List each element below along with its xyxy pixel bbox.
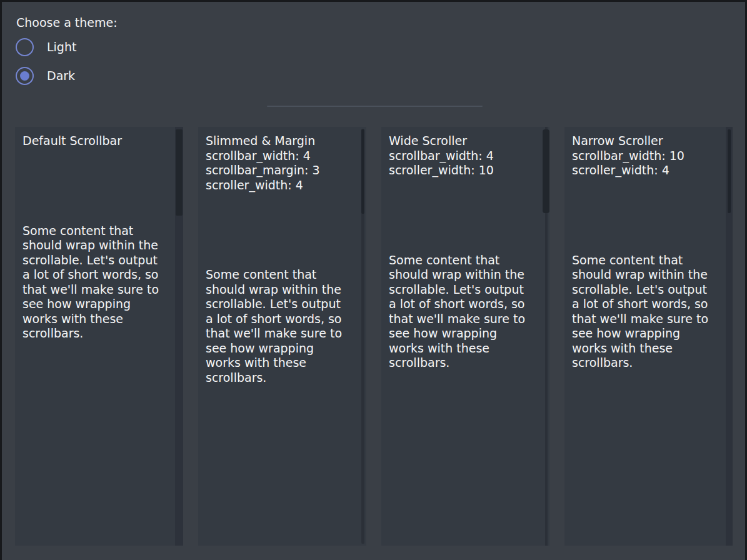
panel-body: Some content that should wrap within the…	[389, 253, 530, 371]
scrollbar-thumb[interactable]	[728, 129, 731, 213]
horizontal-separator	[267, 106, 483, 107]
panel-content: Slimmed & Margin scrollbar_width: 4 scro…	[206, 134, 347, 385]
panel-param: scroller_width: 10	[389, 163, 530, 178]
panel-content: Default Scrollbar Some content that shou…	[23, 134, 164, 341]
panel-param: scroller_width: 4	[206, 178, 347, 193]
app-window: Choose a theme: Light Dark Default Scrol…	[2, 2, 745, 560]
panel-param: scrollbar_width: 4	[389, 149, 530, 164]
panel-param: scrollbar_width: 10	[572, 149, 713, 164]
scrollbar-thumb[interactable]	[543, 129, 549, 213]
radio-selected-icon[interactable]	[16, 67, 34, 85]
scrollbar-thumb[interactable]	[176, 129, 183, 216]
panel-title: Slimmed & Margin	[206, 134, 347, 149]
theme-option-light-label: Light	[47, 40, 76, 54]
scroll-panel-wide-scroller[interactable]: Wide Scroller scrollbar_width: 4 scrolle…	[381, 127, 549, 546]
scroll-panel-default[interactable]: Default Scrollbar Some content that shou…	[15, 127, 183, 546]
scrollbar-thumb[interactable]	[361, 129, 364, 214]
panel-body: Some content that should wrap within the…	[23, 224, 164, 341]
theme-option-light[interactable]: Light	[16, 38, 76, 56]
panel-title: Narrow Scroller	[572, 134, 713, 149]
panel-body: Some content that should wrap within the…	[206, 268, 347, 385]
panel-content: Wide Scroller scrollbar_width: 4 scrolle…	[389, 134, 530, 371]
scroll-panel-slimmed-margin[interactable]: Slimmed & Margin scrollbar_width: 4 scro…	[198, 127, 366, 546]
panel-body: Some content that should wrap within the…	[572, 253, 713, 371]
scroll-panel-narrow-scroller[interactable]: Narrow Scroller scrollbar_width: 10 scro…	[564, 127, 733, 546]
radio-unselected-icon[interactable]	[16, 38, 34, 56]
panel-title: Wide Scroller	[389, 134, 530, 149]
theme-option-dark[interactable]: Dark	[16, 66, 75, 85]
theme-chooser-label: Choose a theme:	[16, 16, 118, 29]
theme-option-dark-label: Dark	[47, 69, 75, 82]
panel-param: scroller_width: 4	[572, 163, 713, 178]
panel-param: scrollbar_margin: 3	[206, 163, 347, 178]
panel-param: scrollbar_width: 4	[206, 149, 347, 164]
panel-content: Narrow Scroller scrollbar_width: 10 scro…	[572, 134, 713, 371]
panel-title: Default Scrollbar	[23, 134, 164, 149]
